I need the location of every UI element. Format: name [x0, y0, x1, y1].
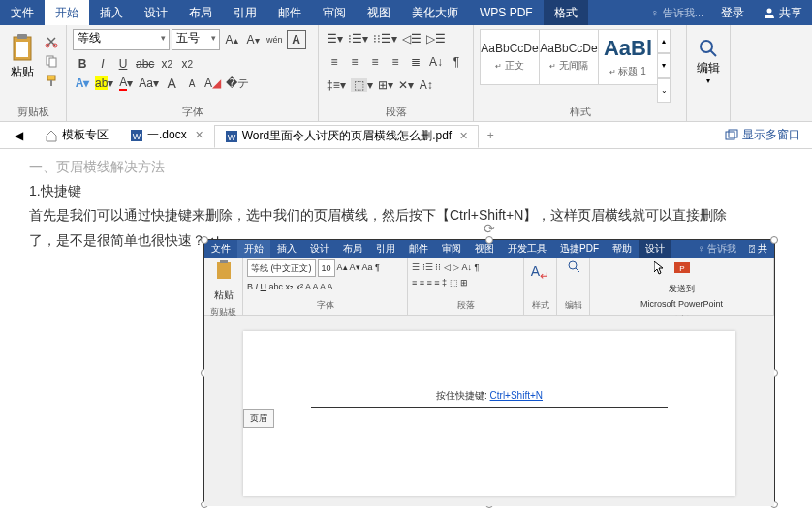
cut-button[interactable] [43, 33, 60, 50]
decrease-font-button[interactable]: A▾ [243, 30, 263, 49]
doc-line0: 一、页眉横线解决方法 [29, 155, 783, 179]
subscript-button[interactable]: x2 [157, 54, 176, 74]
styles-group: AaBbCcDe正文 AaBbCcDe无间隔 AaBl标题 1 ▴ ▾ ⌄ 样式 [474, 25, 687, 121]
superscript-button[interactable]: x2 [177, 54, 197, 74]
copy-button[interactable] [43, 52, 60, 70]
word-icon: W [225, 130, 238, 143]
header-tag: 页眉 [243, 409, 274, 428]
svg-point-19 [569, 261, 577, 269]
menu-insert[interactable]: 插入 [89, 0, 134, 25]
bold-button[interactable]: B [73, 54, 92, 74]
menu-review[interactable]: 审阅 [312, 0, 357, 25]
find-icon [697, 37, 720, 60]
numbering-button[interactable]: ⁝☰▾ [346, 29, 370, 48]
shrink-font-button[interactable]: A [182, 74, 202, 93]
style-heading1[interactable]: AaBl标题 1 [598, 29, 658, 85]
highlight-button[interactable]: ab▾ [93, 74, 115, 93]
strikethrough-button[interactable]: abc [134, 54, 156, 74]
paste-button[interactable]: 粘贴 [6, 29, 39, 103]
tab-docx[interactable]: W 一.docx ✕ [119, 124, 214, 147]
login-button[interactable]: 登录 [711, 0, 754, 25]
menu-file[interactable]: 文件 [0, 0, 45, 25]
italic-button[interactable]: I [93, 54, 112, 74]
align-center-button[interactable]: ≡ [345, 52, 364, 72]
phonetic-guide-button[interactable]: wén [265, 30, 285, 49]
embedded-document: ✥ 按住快捷键: Ctrl+Shift+N 页眉 [204, 316, 774, 506]
tab-nav-left[interactable]: ◀ [4, 124, 34, 147]
ltr-button[interactable]: ✕▾ [396, 76, 416, 95]
format-painter-button[interactable] [43, 72, 60, 89]
sort-button[interactable]: A↓ [426, 52, 446, 72]
multilevel-button[interactable]: ⁝⁝☰▾ [371, 29, 399, 48]
bullets-button[interactable]: ☰▾ [325, 29, 345, 48]
align-left-button[interactable]: ≡ [325, 52, 344, 72]
menu-references[interactable]: 引用 [223, 0, 267, 25]
borders-button[interactable]: ⊞▾ [376, 76, 395, 95]
style-normal[interactable]: AaBbCcDe正文 [480, 29, 540, 85]
cursor-arrow-icon [654, 261, 664, 275]
show-marks-button[interactable]: ¶ [447, 52, 466, 72]
add-tab-button[interactable]: + [479, 129, 502, 142]
resize-handle-n[interactable] [485, 236, 493, 244]
home-icon [45, 129, 58, 142]
menu-design[interactable]: 设计 [134, 0, 178, 25]
align-justify-button[interactable]: ≡ [386, 52, 405, 72]
char-border-button[interactable]: A [287, 30, 306, 49]
tab-pdf[interactable]: W Word里面令人讨厌的页眉横线怎么删.pdf ✕ [214, 125, 479, 148]
font-name-select[interactable]: 等线 [73, 29, 170, 50]
menu-wpspdf[interactable]: WPS PDF [469, 0, 544, 25]
change-case-button[interactable]: Aa▾ [137, 74, 161, 93]
svg-rect-7 [49, 58, 56, 67]
svg-rect-18 [220, 260, 228, 263]
menu-beautify[interactable]: 美化大师 [401, 0, 469, 25]
editing-button[interactable]: 编辑 ▾ [693, 29, 724, 85]
styles-up[interactable]: ▴ [657, 29, 671, 53]
share-button[interactable]: 共享 [754, 0, 812, 25]
embedded-image[interactable]: ⟳ 文件 开始 插入 设计 布局 引用 邮件 审阅 视图 开发工具 迅捷PDF … [203, 239, 775, 505]
text-effects-button[interactable]: A▾ [73, 74, 92, 93]
increase-indent-button[interactable]: ▷☰ [424, 29, 448, 48]
menu-layout[interactable]: 布局 [178, 0, 223, 25]
resize-handle-nw[interactable] [201, 236, 208, 244]
menu-view[interactable]: 视图 [357, 0, 401, 25]
shading-button[interactable]: ⬚▾ [349, 76, 375, 95]
emb-menu-view: 视图 [468, 240, 501, 258]
window-icon [725, 129, 738, 142]
increase-font-button[interactable]: A▴ [222, 30, 241, 49]
svg-text:W: W [133, 132, 141, 141]
multi-window-button[interactable]: 显示多窗口 [717, 127, 808, 143]
emb-styles-group: A↵ 样式 [524, 258, 557, 315]
menu-mail[interactable]: 邮件 [267, 0, 312, 25]
grow-font-button[interactable]: A [162, 74, 181, 93]
emb-menu-pdf: 迅捷PDF [553, 240, 606, 258]
font-size-select[interactable]: 五号 [172, 29, 220, 50]
line-spacing-button[interactable]: ‡≡▾ [325, 76, 348, 95]
align-right-button[interactable]: ≡ [365, 52, 385, 72]
underline-button[interactable]: U [113, 54, 133, 74]
emb-paragraph-group: ☰ ⁝☰ ⁝⁝ ◁ ▷ A↓ ¶≡ ≡ ≡ ≡ ‡ ⬚ ⊞ 段落 [408, 258, 524, 315]
tab-template[interactable]: 模板专区 [34, 124, 119, 147]
emb-menu-mail: 邮件 [402, 240, 435, 258]
style-nospacing[interactable]: AaBbCcDe无间隔 [539, 29, 599, 85]
clear-format-button[interactable]: A◢ [203, 74, 223, 93]
font-label: 字体 [73, 103, 312, 119]
resize-handle-ne[interactable] [770, 236, 778, 244]
enclose-char-button[interactable]: �テ [224, 74, 251, 93]
menu-format[interactable]: 格式 [544, 0, 588, 25]
close-icon[interactable]: ✕ [195, 129, 203, 141]
tell-me-hint[interactable]: ♀告诉我... [643, 6, 711, 20]
styles-down[interactable]: ▾ [657, 53, 671, 77]
emb-editing-group: 编辑 [557, 258, 590, 315]
font-color-button[interactable]: A▾ [116, 74, 136, 93]
svg-rect-9 [50, 80, 52, 86]
close-icon[interactable]: ✕ [459, 130, 468, 142]
doc-line2: 首先是我们可以通过快捷键来删除，选中我们的页眉横线，然后按下【Ctrl+Shif… [29, 203, 783, 228]
document-body[interactable]: 一、页眉横线解决方法 1.快捷键 首先是我们可以通过快捷键来删除，选中我们的页眉… [0, 149, 812, 518]
menu-home[interactable]: 开始 [45, 0, 89, 25]
decrease-indent-button[interactable]: ◁☰ [400, 29, 423, 48]
styles-more[interactable]: ⌄ [657, 78, 671, 103]
document-tabbar: ◀ 模板专区 W 一.docx ✕ W Word里面令人讨厌的页眉横线怎么删.p… [0, 122, 812, 149]
rtl-button[interactable]: A↕ [417, 76, 436, 95]
distribute-button[interactable]: ≣ [406, 52, 425, 72]
svg-text:W: W [227, 133, 235, 142]
